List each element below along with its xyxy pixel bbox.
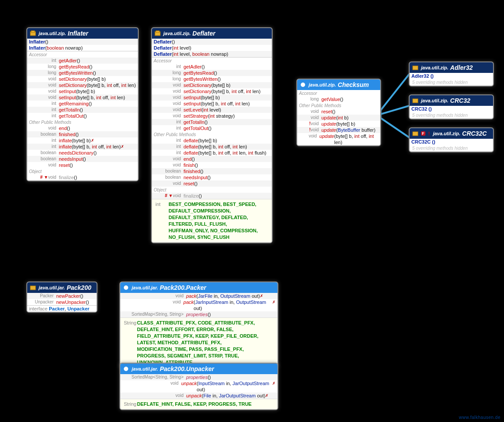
ctor-row: Inflater () [27,39,138,45]
packer-body: voidpack (JarFile in, OutputStream out) … [120,293,277,317]
method-row: booleanneedsInput () [27,156,138,162]
method-row: voidreset () [152,180,272,187]
method-row: voidupdate (byte[] b, int off, int len) [297,133,380,145]
method-row: voidsetStrategy (int strategy) [152,113,272,119]
svg-point-10 [123,285,129,290]
pkg-label: java.util.zip. [163,31,191,36]
final-badge: F [421,131,425,136]
cls-label: Pack200.Packer [160,284,206,291]
method-row: SortedMap<String, String>properties () [120,311,277,317]
method-row: voidsetDictionary (byte[] b, int off, in… [152,88,272,94]
cls-label: CRC32C [462,130,487,137]
excl-badge: ! [428,131,430,136]
nested-packer[interactable]: Packer [49,306,65,312]
hidden-note: 5 overriding methods hidden [410,112,493,119]
deflater-body: Deflater ()Deflater (int level)Deflater … [152,39,272,199]
method-row: voidsetLevel (int level) [152,107,272,113]
method-row: voidreset () [27,162,138,168]
method-row: intgetAdler () [152,64,272,70]
interface-icon [123,284,130,291]
method-row: # ▼voidfinalize () [152,193,272,199]
method-row: longgetBytesRead () [152,70,272,76]
svg-rect-4 [156,31,159,32]
class-deflater: java.util.zip.Deflater Deflater ()Deflat… [151,27,273,243]
class-icon [155,30,162,37]
pkg-label: java.util.jar. [39,285,65,290]
const-type: String [124,401,137,408]
section-title: Other Public Methods [297,102,380,108]
method-row: intinflate (byte[] b, int off, int len) … [27,144,138,150]
method-row: voidreset () [297,108,380,115]
cls-label: Inflater [68,30,88,37]
const-list: CLASS_ATTRIBUTE_PFX, CODE_ATTRIBUTE_PFX,… [137,320,272,366]
method-row: intgetTotalIn () [152,119,272,125]
method-row: # ▼voidfinalize () [27,174,138,180]
const-list: BEST_COMPRESSION, BEST_SPEED, DEFAULT_CO… [169,201,266,241]
ctor: CRC32 () [411,106,432,112]
method-row: intdeflate (byte[] b, int off, int len) [152,144,272,150]
method-row: !voidupdate (byte[] b) [297,121,380,127]
class-adler32: java.util.zip.Adler32 Adler32 () 5 overr… [409,61,494,87]
interface-unpacker: java.util.jar.Pack200.Unpacker SortedMap… [119,363,278,410]
class-icon [412,64,419,71]
interface-icon [123,365,130,372]
nested-row: interface Packer, Unpacker [27,306,97,312]
class-icon [412,97,419,104]
svg-rect-6 [413,66,418,70]
header-packer: java.util.jar.Pack200.Packer [120,282,277,293]
method-row: voidend () [27,125,138,131]
class-icon [412,130,419,137]
interface-checksum: java.util.zip.Checksum AccessorlonggetVa… [296,79,381,146]
pkg-label: java.util.jar. [132,285,158,290]
svg-rect-2 [31,31,35,32]
cls-label: Pack200.Unpacker [160,365,214,372]
nested-unpacker[interactable]: Unpacker [67,306,89,312]
method-row: voidupdate (int b) [297,115,380,121]
ctor: Adler32 () [411,73,434,79]
class-inflater: java.util.zip.Inflater Inflater ()Inflat… [26,27,139,181]
checksum-body: AccessorlonggetValue ()Other Public Meth… [297,90,380,145]
header-unpacker: java.util.jar.Pack200.Unpacker [120,364,277,374]
svg-rect-8 [413,132,418,136]
class-icon [30,30,37,37]
method-row: voidfinish () [152,162,272,168]
method-row: voidsetDictionary (byte[] b, int off, in… [27,82,138,88]
method-row: voidpack (JarFile in, OutputStream out) … [120,293,277,299]
method-row: intgetTotalOut () [27,113,138,119]
cls-label: Adler32 [450,64,472,71]
method-row: voidsetInput (byte[] b) [152,94,272,101]
method-row: intdeflate (byte[] b, int off, int len, … [152,150,272,156]
method-row: UnpackernewUnpacker () [27,299,97,305]
header-deflater: java.util.zip.Deflater [152,28,272,39]
method-row: longgetValue () [297,96,380,102]
method-row: voidsetDictionary (byte[] b) [152,82,272,88]
method-row: voidsetInput (byte[] b, int off, int len… [152,101,272,107]
interface-icon [300,81,307,88]
inflater-body: Inflater ()Inflater (boolean nowrap)Acce… [27,39,138,180]
method-row: voidsetInput (byte[] b, int off, int len… [27,94,138,101]
cls-label: CRC32 [450,97,470,104]
cls-label: Checksum [338,81,369,88]
method-row: SortedMap<String, String>properties () [120,374,277,380]
ctor: CRC32C () [411,139,435,145]
method-row: longgetBytesWritten () [27,70,138,76]
footer-link[interactable]: www.falkhausen.de [459,415,500,420]
pkg-label: java.util.zip. [421,65,448,70]
class-crc32: java.util.zip.CRC32 CRC32 () 5 overridin… [409,94,494,119]
pack200-body: PackernewPacker ()UnpackernewUnpacker () [27,293,97,305]
header-crc32c: F ! java.util.zip.CRC32C [410,128,493,139]
pkg-label: java.util.zip. [39,31,66,36]
const-type: int [155,201,169,208]
interface-packer: java.util.jar.Pack200.Packer voidpack (J… [119,281,278,368]
deflater-consts: intBEST_COMPRESSION, BEST_SPEED, DEFAULT… [152,199,272,242]
hidden-note: 5 overriding methods hidden [410,145,493,151]
hidden-note: 5 overriding methods hidden [410,79,493,86]
pkg-label: java.util.zip. [433,131,460,136]
cls-label: Pack200 [67,284,91,291]
unpacker-body: SortedMap<String, String>properties ()vo… [120,374,277,399]
ctor-row: Deflater (int level) [152,45,272,51]
method-row: voidunpack (InputStream in, JarOutputStr… [120,380,277,393]
class-crc32c: F ! java.util.zip.CRC32C CRC32C () 5 ove… [409,127,494,152]
method-row: intgetRemaining () [27,101,138,107]
svg-rect-7 [413,99,418,103]
